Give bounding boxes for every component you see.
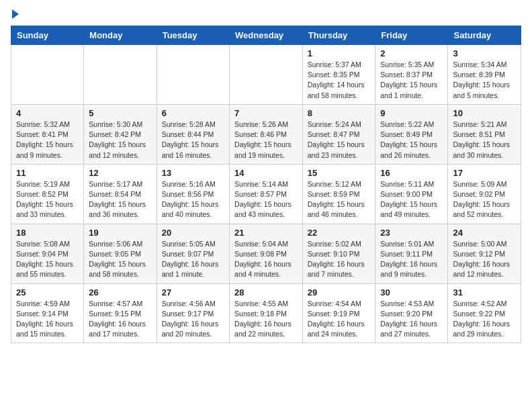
day-info: Sunrise: 4:55 AM Sunset: 9:18 PM Dayligh… (234, 299, 298, 340)
calendar-table: SundayMondayTuesdayWednesdayThursdayFrid… (11, 26, 521, 343)
day-info: Sunrise: 5:34 AM Sunset: 8:39 PM Dayligh… (453, 60, 516, 101)
calendar-cell: 9Sunrise: 5:22 AM Sunset: 8:49 PM Daylig… (375, 104, 448, 164)
day-number: 14 (234, 168, 298, 178)
calendar-week-row: 25Sunrise: 4:59 AM Sunset: 9:14 PM Dayli… (11, 283, 521, 343)
header-row: SundayMondayTuesdayWednesdayThursdayFrid… (11, 26, 521, 45)
calendar-body: 1Sunrise: 5:37 AM Sunset: 8:35 PM Daylig… (11, 45, 521, 343)
calendar-cell: 2Sunrise: 5:35 AM Sunset: 8:37 PM Daylig… (375, 45, 448, 105)
day-info: Sunrise: 4:53 AM Sunset: 9:20 PM Dayligh… (380, 299, 443, 340)
logo (11, 11, 19, 19)
calendar-cell: 10Sunrise: 5:21 AM Sunset: 8:51 PM Dayli… (448, 104, 521, 164)
day-info: Sunrise: 5:22 AM Sunset: 8:49 PM Dayligh… (380, 120, 443, 161)
calendar-cell: 13Sunrise: 5:16 AM Sunset: 8:56 PM Dayli… (157, 164, 229, 224)
day-info: Sunrise: 5:21 AM Sunset: 8:51 PM Dayligh… (453, 120, 516, 161)
day-number: 18 (16, 228, 79, 238)
day-number: 16 (380, 168, 443, 178)
day-number: 31 (453, 287, 516, 298)
day-info: Sunrise: 5:11 AM Sunset: 9:00 PM Dayligh… (380, 179, 443, 220)
day-info: Sunrise: 5:06 AM Sunset: 9:05 PM Dayligh… (89, 239, 151, 280)
day-info: Sunrise: 5:37 AM Sunset: 8:35 PM Dayligh… (308, 60, 371, 101)
day-number: 1 (308, 48, 371, 58)
day-info: Sunrise: 4:54 AM Sunset: 9:19 PM Dayligh… (308, 299, 371, 340)
day-info: Sunrise: 4:52 AM Sunset: 9:22 PM Dayligh… (453, 299, 516, 340)
calendar-cell: 19Sunrise: 5:06 AM Sunset: 9:05 PM Dayli… (84, 224, 157, 283)
day-of-week-header: Friday (375, 26, 448, 45)
calendar-cell: 12Sunrise: 5:17 AM Sunset: 8:54 PM Dayli… (84, 164, 157, 224)
calendar-cell: 16Sunrise: 5:11 AM Sunset: 9:00 PM Dayli… (375, 164, 448, 224)
day-number: 30 (380, 287, 443, 298)
calendar-week-row: 4Sunrise: 5:32 AM Sunset: 8:41 PM Daylig… (11, 104, 521, 164)
day-of-week-header: Wednesday (230, 26, 303, 45)
calendar-cell: 21Sunrise: 5:04 AM Sunset: 9:08 PM Dayli… (230, 224, 303, 283)
day-info: Sunrise: 5:00 AM Sunset: 9:12 PM Dayligh… (453, 239, 516, 280)
calendar-cell (157, 45, 229, 105)
day-of-week-header: Saturday (448, 26, 521, 45)
day-number: 6 (162, 108, 224, 118)
day-number: 21 (234, 228, 298, 238)
day-info: Sunrise: 5:35 AM Sunset: 8:37 PM Dayligh… (380, 60, 443, 101)
day-of-week-header: Sunday (11, 26, 84, 45)
calendar-cell: 14Sunrise: 5:14 AM Sunset: 8:57 PM Dayli… (230, 164, 303, 224)
day-info: Sunrise: 5:32 AM Sunset: 8:41 PM Dayligh… (16, 120, 79, 161)
day-number: 12 (89, 168, 151, 178)
calendar-cell: 3Sunrise: 5:34 AM Sunset: 8:39 PM Daylig… (448, 45, 521, 105)
day-number: 29 (308, 287, 371, 298)
calendar-cell: 1Sunrise: 5:37 AM Sunset: 8:35 PM Daylig… (302, 45, 375, 105)
day-number: 19 (89, 228, 151, 238)
day-number: 23 (380, 228, 443, 238)
calendar-cell (11, 45, 84, 105)
calendar-cell (84, 45, 157, 105)
day-number: 22 (308, 228, 371, 238)
day-number: 24 (453, 228, 516, 238)
day-info: Sunrise: 5:16 AM Sunset: 8:56 PM Dayligh… (162, 179, 224, 220)
calendar-week-row: 18Sunrise: 5:08 AM Sunset: 9:04 PM Dayli… (11, 224, 521, 283)
calendar-cell (230, 45, 303, 105)
calendar-cell: 15Sunrise: 5:12 AM Sunset: 8:59 PM Dayli… (302, 164, 375, 224)
day-info: Sunrise: 5:04 AM Sunset: 9:08 PM Dayligh… (234, 239, 298, 280)
calendar-cell: 20Sunrise: 5:05 AM Sunset: 9:07 PM Dayli… (157, 224, 229, 283)
calendar-cell: 17Sunrise: 5:09 AM Sunset: 9:02 PM Dayli… (448, 164, 521, 224)
day-info: Sunrise: 5:09 AM Sunset: 9:02 PM Dayligh… (453, 179, 516, 220)
day-number: 3 (453, 48, 516, 58)
calendar-header: SundayMondayTuesdayWednesdayThursdayFrid… (11, 26, 521, 45)
day-info: Sunrise: 4:59 AM Sunset: 9:14 PM Dayligh… (16, 299, 79, 340)
day-info: Sunrise: 5:08 AM Sunset: 9:04 PM Dayligh… (16, 239, 79, 280)
day-number: 7 (234, 108, 298, 118)
calendar-cell: 25Sunrise: 4:59 AM Sunset: 9:14 PM Dayli… (11, 283, 84, 343)
day-info: Sunrise: 5:05 AM Sunset: 9:07 PM Dayligh… (162, 239, 224, 280)
day-number: 2 (380, 48, 443, 58)
day-info: Sunrise: 5:19 AM Sunset: 8:52 PM Dayligh… (16, 179, 79, 220)
calendar-cell: 28Sunrise: 4:55 AM Sunset: 9:18 PM Dayli… (230, 283, 303, 343)
day-number: 17 (453, 168, 516, 178)
calendar-cell: 5Sunrise: 5:30 AM Sunset: 8:42 PM Daylig… (84, 104, 157, 164)
calendar-cell: 23Sunrise: 5:01 AM Sunset: 9:11 PM Dayli… (375, 224, 448, 283)
calendar-week-row: 1Sunrise: 5:37 AM Sunset: 8:35 PM Daylig… (11, 45, 521, 105)
day-info: Sunrise: 5:30 AM Sunset: 8:42 PM Dayligh… (89, 120, 151, 161)
day-number: 10 (453, 108, 516, 118)
day-number: 11 (16, 168, 79, 178)
day-number: 8 (308, 108, 371, 118)
calendar-cell: 29Sunrise: 4:54 AM Sunset: 9:19 PM Dayli… (302, 283, 375, 343)
day-of-week-header: Monday (84, 26, 157, 45)
day-number: 13 (162, 168, 224, 178)
page-header (11, 11, 521, 19)
day-number: 25 (16, 287, 79, 298)
day-info: Sunrise: 5:02 AM Sunset: 9:10 PM Dayligh… (308, 239, 371, 280)
day-number: 28 (234, 287, 298, 298)
day-info: Sunrise: 5:12 AM Sunset: 8:59 PM Dayligh… (308, 179, 371, 220)
day-of-week-header: Thursday (302, 26, 375, 45)
day-number: 26 (89, 287, 151, 298)
calendar-cell: 11Sunrise: 5:19 AM Sunset: 8:52 PM Dayli… (11, 164, 84, 224)
day-number: 4 (16, 108, 79, 118)
calendar-cell: 27Sunrise: 4:56 AM Sunset: 9:17 PM Dayli… (157, 283, 229, 343)
calendar-cell: 24Sunrise: 5:00 AM Sunset: 9:12 PM Dayli… (448, 224, 521, 283)
day-info: Sunrise: 5:28 AM Sunset: 8:44 PM Dayligh… (162, 120, 224, 161)
calendar-cell: 30Sunrise: 4:53 AM Sunset: 9:20 PM Dayli… (375, 283, 448, 343)
calendar-cell: 22Sunrise: 5:02 AM Sunset: 9:10 PM Dayli… (302, 224, 375, 283)
calendar-cell: 4Sunrise: 5:32 AM Sunset: 8:41 PM Daylig… (11, 104, 84, 164)
day-number: 5 (89, 108, 151, 118)
day-info: Sunrise: 5:14 AM Sunset: 8:57 PM Dayligh… (234, 179, 298, 220)
day-info: Sunrise: 5:26 AM Sunset: 8:46 PM Dayligh… (234, 120, 298, 161)
day-number: 9 (380, 108, 443, 118)
calendar-cell: 7Sunrise: 5:26 AM Sunset: 8:46 PM Daylig… (230, 104, 303, 164)
